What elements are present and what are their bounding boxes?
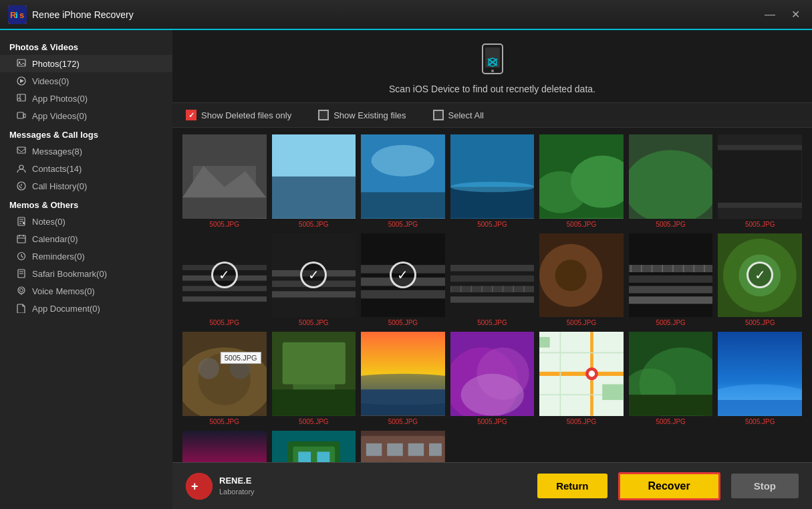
svg-point-48 <box>450 182 535 193</box>
photo-grid: 5005.JPG 5005.JPG <box>182 134 802 462</box>
svg-rect-8 <box>17 94 25 101</box>
minimize-button[interactable]: — <box>761 6 779 23</box>
grid-label: 5005.JPG <box>477 221 507 228</box>
grid-label: 5005.JPG <box>299 221 328 228</box>
sidebar-item-messages[interactable]: Messages(8) <box>0 142 172 160</box>
grid-item[interactable]: 5005.JPG <box>718 332 802 425</box>
sidebar-item-safari-bookmark[interactable]: Safari Bookmark(0) <box>0 265 172 282</box>
grid-item[interactable]: 5005.JPG <box>272 332 356 425</box>
grid-item[interactable]: 5005.JPG <box>272 134 356 228</box>
filter-bar: Show Deleted files only Show Existing fi… <box>172 103 812 128</box>
grid-item[interactable]: 5005.JPG <box>539 233 624 327</box>
sidebar-item-app-videos[interactable]: App Videos(0) <box>0 107 172 124</box>
renee-brand-text: RENE.E Laboratory <box>219 475 255 498</box>
grid-item[interactable]: 5005.JPG <box>272 431 356 462</box>
sidebar-item-photos[interactable]: Photos(172) <box>0 55 172 72</box>
stop-button[interactable]: Stop <box>731 474 799 498</box>
sidebar-label-app-document: App Document(0) <box>32 304 100 314</box>
video-icon <box>16 76 27 86</box>
grid-label: 5005.JPG <box>210 221 239 228</box>
sidebar-item-calendar[interactable]: Calendar(0) <box>0 230 172 247</box>
sidebar-item-reminders[interactable]: Reminders(0) <box>0 247 172 265</box>
svg-rect-129 <box>602 385 623 401</box>
grid-thumb <box>450 233 535 318</box>
svg-rect-90 <box>629 286 713 293</box>
select-all-check-box[interactable] <box>433 110 444 120</box>
grid-thumb <box>361 134 445 219</box>
notes-icon <box>16 216 27 227</box>
grid-item[interactable]: 5005.JPG <box>718 134 802 228</box>
svg-rect-136 <box>718 400 802 416</box>
grid-item[interactable]: 5005.JPG <box>539 134 624 228</box>
voice-icon <box>16 286 27 296</box>
select-all-label: Select All <box>448 110 484 120</box>
grid-item[interactable]: 5005.JPG <box>182 134 267 228</box>
grid-item[interactable]: ✓ 5005.JPG <box>182 233 267 327</box>
svg-point-44 <box>372 145 434 177</box>
sidebar-item-voice-memos[interactable]: Voice Memos(0) <box>0 282 172 300</box>
svg-rect-45 <box>361 192 445 218</box>
grid-label: 5005.JPG <box>656 221 685 228</box>
grid-label: 5005.JPG <box>477 319 507 326</box>
grid-item[interactable]: 5005.JPG <box>450 134 535 228</box>
grid-item[interactable]: 5005.JPG <box>450 332 535 425</box>
sidebar-item-videos[interactable]: Videos(0) <box>0 72 172 90</box>
app-title: Renee iPhone Recovery <box>32 9 134 20</box>
svg-point-107 <box>198 358 219 379</box>
svg-rect-91 <box>629 296 713 304</box>
svg-rect-10 <box>17 112 23 118</box>
show-deleted-check-box[interactable] <box>186 110 196 120</box>
grid-label: 5005.JPG <box>567 319 596 326</box>
show-existing-checkbox[interactable]: Show Existing files <box>318 110 406 120</box>
document-icon <box>16 303 27 314</box>
grid-container[interactable]: 5005.JPG 5005.JPG <box>172 128 812 462</box>
sidebar-item-call-history[interactable]: Call History(0) <box>0 177 172 195</box>
grid-label: 5005.JPG <box>477 418 507 425</box>
svg-point-115 <box>361 374 445 405</box>
grid-item[interactable]: 5005.JPG <box>629 134 713 228</box>
grid-item[interactable]: 5005.JPG <box>450 233 535 327</box>
grid-item[interactable]: ✓ 5005.JPG <box>361 233 445 327</box>
grid-item[interactable]: 5005.JPG <box>629 233 713 327</box>
show-existing-check-box[interactable] <box>318 110 329 120</box>
grid-thumb: ✓ <box>272 233 356 318</box>
grid-thumb: ✓ <box>182 233 267 318</box>
sidebar-section-memos: Memos & Others <box>0 195 172 213</box>
grid-item[interactable]: 5005.JPG <box>182 431 267 462</box>
close-button[interactable]: ✕ <box>787 5 804 23</box>
grid-thumb <box>272 431 356 462</box>
grid-item[interactable]: ✓ 5005.JPG <box>272 233 356 327</box>
sidebar-label-notes: Notes(0) <box>32 217 65 227</box>
grid-thumb <box>539 332 624 416</box>
grid-label: 5005.JPG <box>299 418 328 425</box>
phone-icon-area <box>186 42 799 78</box>
tooltip: 5005.JPG <box>221 352 261 364</box>
sidebar-label-contacts: Contacts(14) <box>32 164 82 174</box>
grid-item[interactable]: 5005.JPG <box>361 431 445 462</box>
svg-point-35 <box>491 70 494 72</box>
sidebar-item-app-photos[interactable]: App Photos(0) <box>0 90 172 107</box>
svg-rect-150 <box>387 443 403 456</box>
svg-rect-34 <box>485 47 500 68</box>
sidebar-item-notes[interactable]: Notes(0) <box>0 213 172 230</box>
recover-button[interactable]: Recover <box>618 472 720 500</box>
svg-rect-149 <box>366 443 382 456</box>
grid-item[interactable]: 5005.JPG <box>361 134 445 228</box>
grid-item[interactable]: 5005.JPG <box>361 332 445 425</box>
grid-item[interactable]: 5005.JPG <box>629 332 713 425</box>
sidebar-item-app-document[interactable]: App Document(0) <box>0 300 172 317</box>
sidebar-item-contacts[interactable]: Contacts(14) <box>0 160 172 177</box>
select-all-checkbox[interactable]: Select All <box>433 110 484 120</box>
checkmark-overlay: ✓ <box>390 262 416 288</box>
phone-icon <box>476 42 509 76</box>
show-deleted-checkbox[interactable]: Show Deleted files only <box>186 110 291 120</box>
grid-item[interactable]: ✓ 5005.JPG <box>718 233 802 327</box>
return-button[interactable]: Return <box>537 474 607 498</box>
sidebar-label-safari-bookmark: Safari Bookmark(0) <box>32 269 107 279</box>
bookmark-icon <box>16 268 27 279</box>
svg-rect-89 <box>629 275 713 282</box>
svg-rect-73 <box>450 265 535 271</box>
grid-item[interactable]: 5005.JPG <box>539 332 624 425</box>
sidebar-label-reminders: Reminders(0) <box>32 251 85 262</box>
grid-item[interactable]: 5005.JPG 5005.JPG <box>182 332 267 425</box>
